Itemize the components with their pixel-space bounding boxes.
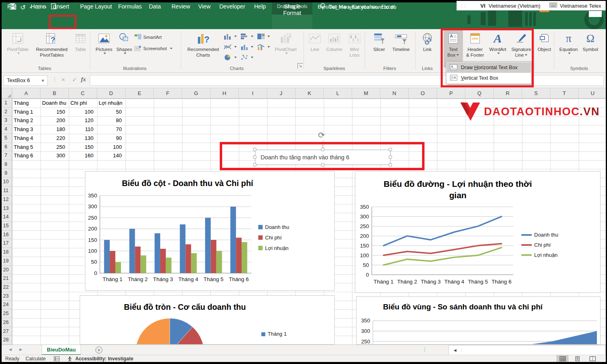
resize-handle-sw[interactable] bbox=[253, 163, 257, 167]
undo-icon[interactable]: ↺ bbox=[20, 4, 25, 12]
row-header-8[interactable]: 8 bbox=[0, 160, 12, 169]
row-header-24[interactable]: 24 bbox=[0, 301, 12, 309]
grid-cell[interactable]: Tháng bbox=[12, 99, 40, 108]
column-header-T[interactable]: T bbox=[550, 88, 579, 99]
grid-cell[interactable]: Doanh thu bbox=[40, 99, 69, 108]
column-header-B[interactable]: B bbox=[40, 88, 69, 99]
tab-formulas[interactable]: Formulas bbox=[118, 3, 142, 10]
tab-file[interactable]: File bbox=[7, 3, 17, 10]
insert-hierarchy-chart-button[interactable] bbox=[257, 32, 272, 41]
macro-record-icon[interactable] bbox=[54, 356, 59, 362]
grid-cell[interactable]: 150 bbox=[40, 108, 69, 116]
row-header-7[interactable]: 7 bbox=[0, 151, 12, 160]
tab-shape-format[interactable]: Shape Format bbox=[274, 3, 310, 16]
column-header-F[interactable]: F bbox=[154, 88, 182, 99]
grid-cell[interactable]: 300 bbox=[40, 151, 69, 160]
sheet-tab-bieudomau[interactable]: BieuDoMau bbox=[42, 345, 81, 355]
timeline-button[interactable]: Timeline bbox=[390, 30, 412, 68]
equation-button[interactable]: π Equation bbox=[558, 30, 579, 68]
row-header-26[interactable]: 26 bbox=[0, 318, 12, 327]
column-header-P[interactable]: P bbox=[437, 88, 465, 99]
insert-scatter-chart-button[interactable] bbox=[240, 53, 256, 62]
tab-help[interactable]: Help bbox=[254, 3, 266, 10]
sheet-nav-left-icon[interactable]: ◀ bbox=[9, 347, 12, 351]
resize-handle-s[interactable] bbox=[321, 163, 325, 167]
column-header-N[interactable]: N bbox=[380, 88, 409, 99]
grid-cell[interactable]: 110 bbox=[69, 125, 97, 134]
row-header-11[interactable]: 11 bbox=[0, 186, 12, 195]
name-box[interactable]: TextBox 6 ▼ bbox=[3, 75, 48, 86]
row-header-6[interactable]: 6 bbox=[0, 143, 12, 152]
grid-cell[interactable]: 140 bbox=[97, 151, 125, 160]
row-header-28[interactable]: 28 bbox=[0, 336, 12, 345]
column-header-D[interactable]: D bbox=[97, 88, 125, 99]
area-chart[interactable]: 350300250Biểu đồ vùng - So sánh doanh th… bbox=[356, 296, 601, 345]
horizontal-scrollbar[interactable]: ◀ bbox=[448, 345, 606, 355]
column-header-E[interactable]: E bbox=[125, 88, 154, 99]
grid-cell[interactable]: 50 bbox=[97, 108, 125, 116]
language-code[interactable]: VI bbox=[480, 3, 485, 9]
line-chart[interactable]: 050100150200250300350Tháng 1Tháng 2Tháng… bbox=[355, 171, 601, 293]
column-header-I[interactable]: I bbox=[239, 88, 267, 99]
tell-me-box[interactable]: Tell me what you want to do bbox=[320, 3, 397, 11]
column-header-G[interactable]: G bbox=[182, 88, 210, 99]
row-header-23[interactable]: 23 bbox=[0, 292, 12, 301]
insert-column3d-chart-button[interactable] bbox=[240, 42, 256, 52]
bar-chart[interactable]: 050100150200250300350Tháng 1Tháng 2Tháng… bbox=[85, 171, 335, 291]
recommended-charts-button[interactable]: ? Recommended Charts bbox=[185, 30, 221, 68]
menu-item-draw-horizontal-text-box[interactable]: A Draw Horizontal Text Box bbox=[447, 62, 531, 73]
sheet-nav-right-icon[interactable]: ▶ bbox=[19, 347, 22, 351]
row-header-20[interactable]: 20 bbox=[0, 266, 12, 275]
rotate-handle-icon[interactable]: ⟳ bbox=[318, 130, 325, 140]
insert-line-chart-button[interactable] bbox=[224, 42, 239, 52]
ime-name[interactable]: Vietnamese Telex bbox=[560, 3, 601, 9]
grid-cell[interactable]: 90 bbox=[97, 134, 125, 143]
row-header-17[interactable]: 17 bbox=[0, 239, 12, 248]
tab-page-layout[interactable]: Page Layout bbox=[80, 3, 112, 10]
object-button[interactable]: Object bbox=[536, 30, 553, 68]
tab-view[interactable]: View bbox=[198, 3, 210, 10]
grid-cell[interactable]: Chi phí bbox=[69, 99, 97, 108]
column-header-K[interactable]: K bbox=[295, 88, 324, 99]
view-page-break-button[interactable] bbox=[586, 355, 599, 362]
language-name[interactable]: Vietnamese (Vietnam) bbox=[488, 3, 540, 9]
grid-cell[interactable]: 130 bbox=[69, 134, 97, 143]
add-sheet-button[interactable]: + bbox=[96, 347, 102, 353]
shapes-button[interactable]: Shapes bbox=[115, 30, 134, 68]
resize-handle-n[interactable] bbox=[321, 148, 325, 151]
column-header-C[interactable]: C bbox=[69, 88, 97, 99]
grid-cell[interactable]: 100 bbox=[69, 108, 97, 116]
grid-cell[interactable]: 100 bbox=[97, 143, 125, 152]
status-calculate[interactable]: Calculate bbox=[25, 356, 46, 362]
screenshot-button[interactable]: Screenshot bbox=[134, 44, 172, 53]
tab-insert[interactable]: Insert bbox=[55, 3, 69, 10]
row-header-3[interactable]: 3 bbox=[0, 116, 12, 125]
row-header-2[interactable]: 2 bbox=[0, 108, 12, 116]
tab-developer[interactable]: Developer bbox=[219, 3, 245, 10]
grid-cell[interactable]: 160 bbox=[69, 151, 97, 160]
resize-handle-nw[interactable] bbox=[253, 148, 257, 151]
grid-cell[interactable]: Tháng 4 bbox=[12, 134, 40, 143]
grid-cell[interactable]: 220 bbox=[40, 134, 69, 143]
resize-handle-e[interactable] bbox=[388, 155, 392, 159]
column-header-H[interactable]: H bbox=[210, 88, 239, 99]
tab-review[interactable]: Review bbox=[172, 3, 190, 10]
resize-handle-se[interactable] bbox=[388, 163, 392, 167]
row-header-14[interactable]: 14 bbox=[0, 213, 12, 222]
column-header-R[interactable]: R bbox=[494, 88, 522, 99]
slicer-button[interactable]: Slicer bbox=[369, 30, 389, 68]
resize-handle-ne[interactable] bbox=[388, 148, 392, 151]
pie-chart[interactable]: Tháng 1Biểu đồ tròn - Cơ cấu doanh thu bbox=[80, 295, 335, 345]
scroll-left-icon[interactable]: ◀ bbox=[449, 348, 462, 352]
column-header-L[interactable]: L bbox=[324, 88, 352, 99]
language-bar[interactable]: ⋮⋮ VI Vietnamese (Vietnam) Vietnamese Te… bbox=[456, 1, 606, 11]
grid-cell[interactable]: Tháng 6 bbox=[12, 151, 40, 160]
grid-cell[interactable]: 150 bbox=[69, 143, 97, 152]
grid-cell[interactable]: Tháng 5 bbox=[12, 143, 40, 152]
grid-cell[interactable]: 180 bbox=[40, 125, 69, 134]
row-header-5[interactable]: 5 bbox=[0, 134, 12, 143]
menu-item-vertical-text-box[interactable]: A Vertical Text Box bbox=[447, 73, 531, 83]
insert-column-chart-button[interactable] bbox=[224, 32, 239, 41]
grid-cell[interactable]: 80 bbox=[97, 116, 125, 125]
column-header-U[interactable]: U bbox=[579, 88, 606, 99]
